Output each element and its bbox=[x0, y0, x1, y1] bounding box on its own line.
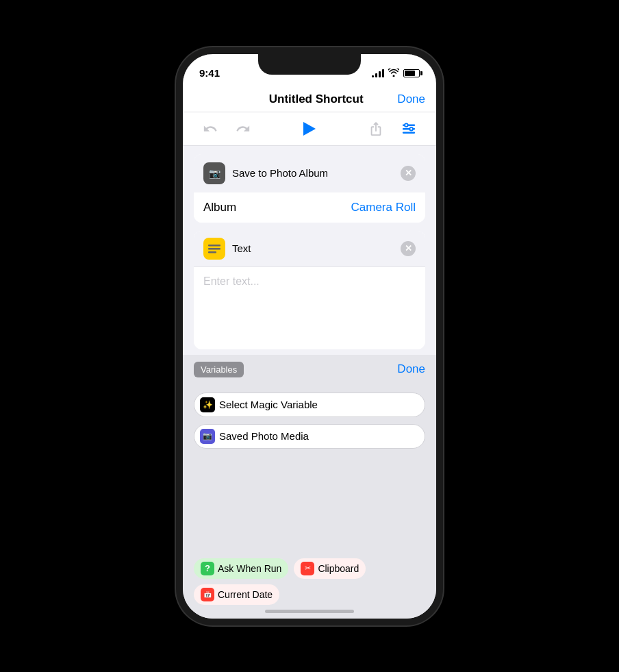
nav-done-button[interactable]: Done bbox=[397, 92, 425, 106]
wifi-icon bbox=[388, 68, 399, 79]
text-close-button[interactable]: ✕ bbox=[401, 241, 416, 256]
phone-frame: 9:41 bbox=[176, 47, 443, 625]
bottom-pills-container: ? Ask When Run ✂ Clipboard 📅 Current Dat… bbox=[194, 558, 425, 605]
text-card: Text ✕ Enter text... bbox=[194, 231, 425, 349]
scrollable-content: 📷 Save to Photo Album ✕ Album Camera Rol… bbox=[183, 146, 436, 619]
text-card-header: Text ✕ bbox=[194, 231, 425, 267]
svg-rect-2 bbox=[403, 132, 415, 133]
svg-rect-6 bbox=[208, 248, 220, 250]
nav-title: Untitled Shortcut bbox=[269, 92, 364, 106]
magic-variable-label: Select Magic Variable bbox=[219, 399, 318, 410]
svg-point-3 bbox=[405, 123, 408, 127]
home-indicator bbox=[265, 610, 354, 613]
variable-area: Variables Done ✨ Select Magic Variable 📷… bbox=[183, 355, 436, 619]
text-icon bbox=[203, 238, 225, 260]
album-label: Album bbox=[203, 201, 236, 214]
variables-tag: Variables bbox=[194, 362, 244, 377]
magic-wand-icon: ✨ bbox=[200, 397, 215, 412]
text-title: Text bbox=[232, 242, 251, 254]
redo-button[interactable] bbox=[232, 118, 254, 140]
notch bbox=[258, 54, 361, 75]
ask-when-run-pill[interactable]: ? Ask When Run bbox=[194, 558, 288, 579]
share-button[interactable] bbox=[365, 118, 387, 140]
select-magic-variable-button[interactable]: ✨ Select Magic Variable bbox=[194, 393, 425, 417]
clipboard-icon: ✂ bbox=[301, 562, 314, 575]
text-placeholder: Enter text... bbox=[203, 275, 260, 287]
save-photo-body: Album Camera Roll bbox=[194, 192, 425, 223]
save-photo-icon: 📷 bbox=[203, 162, 225, 184]
ask-when-run-label: Ask When Run bbox=[218, 563, 281, 574]
calendar-icon: 📅 bbox=[201, 588, 214, 601]
svg-rect-7 bbox=[208, 251, 216, 253]
text-input[interactable]: Enter text... bbox=[194, 267, 425, 349]
status-icons bbox=[372, 68, 420, 79]
variable-items-list: ✨ Select Magic Variable 📷 Saved Photo Me… bbox=[183, 384, 436, 550]
clipboard-pill[interactable]: ✂ Clipboard bbox=[294, 558, 366, 579]
save-photo-header: 📷 Save to Photo Album ✕ bbox=[194, 154, 425, 192]
variables-done-button[interactable]: Done bbox=[397, 362, 425, 376]
ask-icon: ? bbox=[201, 562, 214, 575]
saved-photo-label: Saved Photo Media bbox=[219, 430, 309, 442]
undo-button[interactable] bbox=[199, 118, 221, 140]
nav-bar: Untitled Shortcut Done bbox=[183, 87, 436, 112]
settings-button[interactable] bbox=[398, 118, 420, 140]
svg-point-4 bbox=[409, 127, 413, 130]
save-photo-title: Save to Photo Album bbox=[232, 167, 328, 179]
clipboard-label: Clipboard bbox=[318, 563, 359, 574]
save-photo-card: 📷 Save to Photo Album ✕ Album Camera Rol… bbox=[194, 154, 425, 223]
album-value[interactable]: Camera Roll bbox=[351, 201, 416, 214]
status-time: 9:41 bbox=[199, 67, 220, 79]
battery-icon bbox=[403, 69, 420, 77]
bottom-section: ? Ask When Run ✂ Clipboard 📅 Current Dat… bbox=[183, 550, 436, 619]
current-date-pill[interactable]: 📅 Current Date bbox=[194, 584, 279, 605]
variables-bar: Variables Done bbox=[183, 355, 436, 384]
current-date-label: Current Date bbox=[218, 589, 273, 600]
toolbar bbox=[183, 112, 436, 146]
signal-bars-icon bbox=[372, 69, 384, 77]
svg-rect-5 bbox=[208, 245, 220, 247]
saved-photo-icon: 📷 bbox=[200, 429, 215, 444]
saved-photo-media-button[interactable]: 📷 Saved Photo Media bbox=[194, 424, 425, 449]
save-photo-close-button[interactable]: ✕ bbox=[401, 166, 416, 181]
play-button[interactable] bbox=[299, 118, 320, 140]
